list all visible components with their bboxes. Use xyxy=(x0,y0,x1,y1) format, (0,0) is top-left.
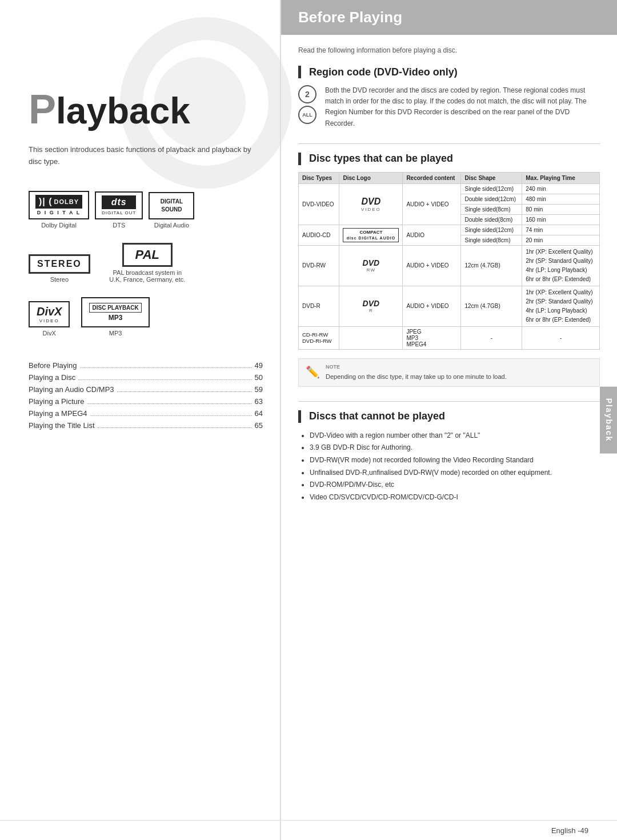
divider-1 xyxy=(298,143,600,144)
disc-types-title: Disc types that can be played xyxy=(298,153,600,165)
cd-ri-logo xyxy=(339,326,403,349)
pal-logo: PAL xyxy=(122,243,173,267)
table-row-cd-ri-rw: CD-RI-RWDVD-RI-RW JPEGMP3MPEG4 - - xyxy=(299,326,600,349)
toc-text-0: Before Playing xyxy=(29,361,77,370)
english-label: English -49 xyxy=(551,826,588,835)
mp3-label: MP3 xyxy=(109,330,122,337)
dvd-video-time2: 480 min xyxy=(522,194,600,204)
page-container: Playback This section introduces basic f… xyxy=(0,0,617,840)
dvd-rw-type: DVD-RW xyxy=(299,245,339,286)
cannot-item-2: DVD-RW(VR mode) not recorded following t… xyxy=(310,454,600,467)
audio-cd-time1: 74 min xyxy=(522,225,600,235)
dvd-video-shape4: Double sided(8cm) xyxy=(461,214,522,225)
dts-label: DTS xyxy=(113,222,125,229)
stereo-label: Stereo xyxy=(50,276,69,283)
digital-sound-box: DIGITAL SOUND xyxy=(149,192,194,219)
mp3-item: DISC PLAYBACK MP3 MP3 xyxy=(81,297,149,337)
cannot-item-3: Unfinalised DVD-R,unfinalised DVD-RW(V m… xyxy=(310,467,600,479)
toc-item-2: Playing an Audio CD/MP3 59 xyxy=(29,383,263,395)
stereo-item: STEREO Stereo xyxy=(29,254,90,283)
dts-sub: DIGITAL OUT xyxy=(102,210,136,215)
right-column: Before Playing Read the following inform… xyxy=(280,0,617,840)
cd-ri-content: JPEGMP3MPEG4 xyxy=(403,326,461,349)
dvd-video-shape3: Single sided(8cm) xyxy=(461,204,522,214)
dvd-rw-content: AUDIO + VIDEO xyxy=(403,245,461,286)
stereo-logo: STEREO xyxy=(29,254,90,274)
audio-cd-shape2: Single sided(8cm) xyxy=(461,235,522,245)
region-badges: 2 ALL xyxy=(298,85,316,124)
dvd-rw-shape: 12cm (4.7GB) xyxy=(461,245,522,286)
dvd-video-time3: 80 min xyxy=(522,204,600,214)
toc-list: Before Playing 49 Playing a Disc 50 Play… xyxy=(29,359,263,431)
dvd-r-shape: 12cm (4.7GB) xyxy=(461,286,522,326)
note-pencil-icon: ✏️ xyxy=(306,363,320,382)
sidebar-tab: Playback xyxy=(600,387,617,454)
col-disc-logo: Disc Logo xyxy=(339,172,403,183)
table-row-dvd-r: DVD-R DVD R AUDIO + VIDEO 12cm (4.7GB) 1… xyxy=(299,286,600,326)
table-row-audio-cd-1: AUDIO-CD COMPACT disc DIGITAL AUDIO AUDI… xyxy=(299,225,600,235)
cannot-item-4: DVD-ROM/PD/MV-Disc, etc xyxy=(310,479,600,491)
discs-cannot-list: DVD-Video with a region number other tha… xyxy=(298,430,600,504)
dvd-rw-logo: DVD RW xyxy=(339,245,403,286)
toc-item-4: Playing a MPEG4 64 xyxy=(29,407,263,419)
dvd-video-content: AUDIO + VIDEO xyxy=(403,183,461,225)
discs-cannot-title: Discs that cannot be played xyxy=(298,410,600,423)
dolby-label: Dolby Digital xyxy=(41,222,77,229)
cannot-item-1: 3.9 GB DVD-R Disc for Authoring. xyxy=(310,442,600,454)
cannot-item-5: Video CD/SVCD/CVD/CD-ROM/CDV/CD-G/CD-I xyxy=(310,491,600,504)
divx-label: DivX xyxy=(43,330,56,337)
region-num-badge: 2 xyxy=(298,85,316,103)
toc-text-1: Playing a Disc xyxy=(29,373,75,382)
toc-item-5: Playing the Title List 65 xyxy=(29,419,263,431)
cannot-item-0: DVD-Video with a region number other tha… xyxy=(310,430,600,442)
digital-sound-label: Digital Audio xyxy=(154,222,189,229)
dolby-icon-item: )| ( DOLBY D I G I T A L Dolby Digital xyxy=(29,191,89,229)
dts-logo: dts xyxy=(102,195,136,209)
dolby-text: DOLBY xyxy=(54,198,79,205)
icons-row1: )| ( DOLBY D I G I T A L Dolby Digital d… xyxy=(29,191,263,229)
dvd-r-time: 1hr (XP: Excellent Quality) 2hr (SP: Sta… xyxy=(522,286,600,326)
playback-subtitle: This section introduces basic functions … xyxy=(29,144,263,168)
dvd-r-logo: DVD R xyxy=(339,286,403,326)
col-disc-shape: Disc Shape xyxy=(461,172,522,183)
region-code-title: Region code (DVD-Video only) xyxy=(298,66,600,78)
digital-sound-text: DIGITAL SOUND xyxy=(157,198,186,214)
note-content: NOTE Depending on the disc type, it may … xyxy=(326,363,507,382)
divx-logo-text: DivX xyxy=(37,305,62,318)
divx-item: DivX VIDEO DivX xyxy=(29,301,70,337)
toc-text-4: Playing a MPEG4 xyxy=(29,409,87,418)
region-text: Both the DVD recorder and the discs are … xyxy=(325,85,600,129)
table-row-dvd-video: DVD-VIDEO DVD VIDEO AUDIO + VIDEO Single… xyxy=(299,183,600,194)
playback-P: P xyxy=(29,86,56,132)
icons-row2: STEREO Stereo PAL PAL broadcast system i… xyxy=(29,243,263,283)
dvd-rw-time: 1hr (XP: Excellent Quality) 2hr (SP: Sta… xyxy=(522,245,600,286)
dts-logo-box: dts DIGITAL OUT xyxy=(95,191,143,219)
note-box: ✏️ NOTE Depending on the disc type, it m… xyxy=(298,358,600,387)
region-all-badge: ALL xyxy=(298,106,316,124)
playback-rest: layback xyxy=(56,90,190,131)
audio-cd-logo: COMPACT disc DIGITAL AUDIO xyxy=(339,225,403,245)
dvd-video-shape2: Double sided(12cm) xyxy=(461,194,522,204)
dvd-video-logo: DVD VIDEO xyxy=(339,183,403,225)
col-recorded-content: Recorded content xyxy=(403,172,461,183)
table-row-dvd-rw: DVD-RW DVD RW AUDIO + VIDEO 12cm (4.7GB)… xyxy=(299,245,600,286)
col-max-playing-time: Max. Playing Time xyxy=(522,172,600,183)
audio-cd-content: AUDIO xyxy=(403,225,461,245)
dvd-r-type: DVD-R xyxy=(299,286,339,326)
toc-item-1: Playing a Disc 50 xyxy=(29,371,263,383)
intro-text: Read the following information before pl… xyxy=(298,46,600,54)
dolby-logo-box: )| ( DOLBY D I G I T A L xyxy=(29,191,89,219)
toc-text-3: Playing a Picture xyxy=(29,397,85,406)
mp3-logo-box: DISC PLAYBACK MP3 xyxy=(81,297,149,327)
section-header-band: Before Playing xyxy=(281,0,617,35)
dvd-video-type: DVD-VIDEO xyxy=(299,183,339,225)
mp3-logo-text: MP3 xyxy=(109,314,123,322)
dvd-video-time1: 240 min xyxy=(522,183,600,194)
dts-icon-item: dts DIGITAL OUT DTS xyxy=(95,191,143,229)
cd-ri-shape: - xyxy=(461,326,522,349)
section-title: Before Playing xyxy=(298,9,600,26)
disc-table: Disc Types Disc Logo Recorded content Di… xyxy=(298,172,600,350)
toc-item-3: Playing a Picture 63 xyxy=(29,395,263,407)
region-content: 2 ALL Both the DVD recorder and the disc… xyxy=(298,85,600,129)
toc-item-0: Before Playing 49 xyxy=(29,359,263,371)
